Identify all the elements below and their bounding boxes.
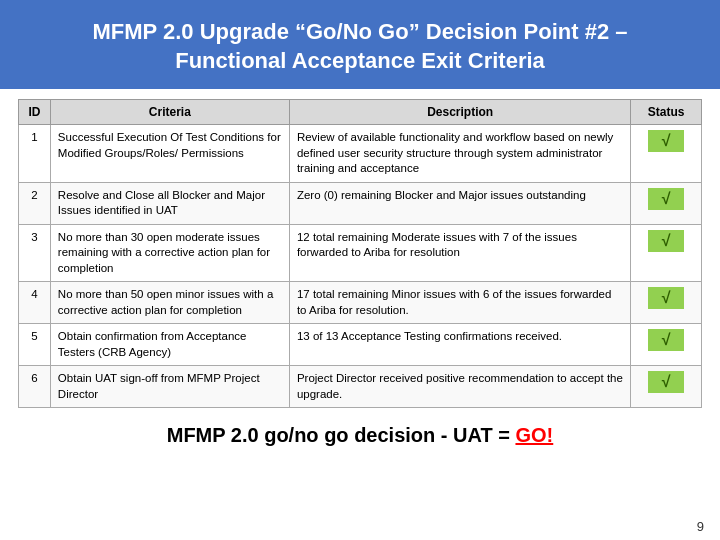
cell-id: 3 xyxy=(19,224,51,282)
cell-id: 1 xyxy=(19,125,51,183)
table-header-row: ID Criteria Description Status xyxy=(19,100,702,125)
cell-status: √ xyxy=(631,282,702,324)
table-row: 2Resolve and Close all Blocker and Major… xyxy=(19,182,702,224)
cell-status: √ xyxy=(631,324,702,366)
cell-description: 12 total remaining Moderate issues with … xyxy=(289,224,631,282)
cell-criteria: No more than 30 open moderate issues rem… xyxy=(50,224,289,282)
cell-criteria: Obtain UAT sign-off from MFMP Project Di… xyxy=(50,366,289,408)
cell-criteria: Successful Execution Of Test Conditions … xyxy=(50,125,289,183)
table-container: ID Criteria Description Status 1Successf… xyxy=(0,89,720,414)
cell-criteria: Obtain confirmation from Acceptance Test… xyxy=(50,324,289,366)
table-row: 6Obtain UAT sign-off from MFMP Project D… xyxy=(19,366,702,408)
table-row: 5Obtain confirmation from Acceptance Tes… xyxy=(19,324,702,366)
cell-description: Zero (0) remaining Blocker and Major iss… xyxy=(289,182,631,224)
header-line2: Functional Acceptance Exit Criteria xyxy=(175,48,545,73)
cell-id: 5 xyxy=(19,324,51,366)
footer-go: GO! xyxy=(515,424,553,446)
cell-id: 6 xyxy=(19,366,51,408)
cell-status: √ xyxy=(631,182,702,224)
col-header-status: Status xyxy=(631,100,702,125)
table-row: 1Successful Execution Of Test Conditions… xyxy=(19,125,702,183)
status-checkmark: √ xyxy=(648,371,684,393)
status-checkmark: √ xyxy=(648,130,684,152)
footer-text-before: MFMP 2.0 go/no go decision - UAT = xyxy=(167,424,516,446)
cell-status: √ xyxy=(631,224,702,282)
status-checkmark: √ xyxy=(648,329,684,351)
cell-status: √ xyxy=(631,125,702,183)
footer: MFMP 2.0 go/no go decision - UAT = GO! xyxy=(0,414,720,451)
criteria-table: ID Criteria Description Status 1Successf… xyxy=(18,99,702,408)
cell-id: 4 xyxy=(19,282,51,324)
status-checkmark: √ xyxy=(648,287,684,309)
col-header-criteria: Criteria xyxy=(50,100,289,125)
status-checkmark: √ xyxy=(648,230,684,252)
cell-criteria: Resolve and Close all Blocker and Major … xyxy=(50,182,289,224)
header: MFMP 2.0 Upgrade “Go/No Go” Decision Poi… xyxy=(0,0,720,89)
page-number: 9 xyxy=(697,519,704,534)
cell-status: √ xyxy=(631,366,702,408)
cell-description: 13 of 13 Acceptance Testing confirmation… xyxy=(289,324,631,366)
table-row: 3No more than 30 open moderate issues re… xyxy=(19,224,702,282)
table-row: 4No more than 50 open minor issues with … xyxy=(19,282,702,324)
cell-description: Project Director received positive recom… xyxy=(289,366,631,408)
col-header-description: Description xyxy=(289,100,631,125)
cell-criteria: No more than 50 open minor issues with a… xyxy=(50,282,289,324)
status-checkmark: √ xyxy=(648,188,684,210)
cell-description: 17 total remaining Minor issues with 6 o… xyxy=(289,282,631,324)
cell-description: Review of available functionality and wo… xyxy=(289,125,631,183)
col-header-id: ID xyxy=(19,100,51,125)
header-line1: MFMP 2.0 Upgrade “Go/No Go” Decision Poi… xyxy=(92,19,627,44)
cell-id: 2 xyxy=(19,182,51,224)
